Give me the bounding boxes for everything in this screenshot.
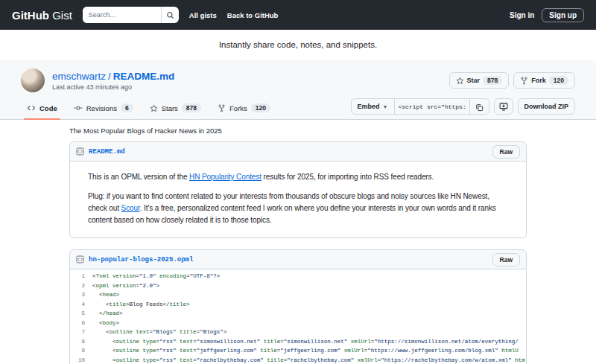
file-box-opml: hn-popular-blogs-2025.opml Raw 1<?xml ve… xyxy=(69,249,527,364)
line-number[interactable]: 4 xyxy=(70,300,92,310)
code-line: 10 <outline type="rss" text="rachelbythe… xyxy=(70,356,526,364)
gist-header-band: emschwartz/README.md Last active 43 minu… xyxy=(0,60,596,120)
tab-stars-label: Stars xyxy=(162,104,178,112)
code-line-content: <title>Blog Feeds</title> xyxy=(92,300,526,310)
line-number[interactable]: 6 xyxy=(70,319,92,328)
code-line-content: </head> xyxy=(92,309,526,319)
tab-forks-count: 120 xyxy=(251,103,270,112)
code-line: 6 <body> xyxy=(70,319,526,328)
star-icon xyxy=(456,77,464,85)
code-line: 4 <title>Blog Feeds</title> xyxy=(70,300,526,310)
code-line: 3 <head> xyxy=(70,290,526,300)
file-box-readme: README.md Raw This is an OPML version of… xyxy=(69,141,527,238)
code-line-content: <outline text="Blogs" title="Blogs"> xyxy=(92,328,526,337)
code-line-content: <body> xyxy=(92,319,526,328)
embed-label: Embed xyxy=(358,103,380,110)
search-box xyxy=(83,7,179,23)
readme-paragraph: This is an OPML version of the HN Popula… xyxy=(88,171,508,183)
search-icon[interactable] xyxy=(161,7,179,23)
raw-button[interactable]: Raw xyxy=(492,253,520,266)
tab-revisions-label: Revisions xyxy=(86,104,117,112)
code-line-content: <head> xyxy=(92,290,526,300)
star-button[interactable]: Star 878 xyxy=(449,72,510,89)
commit-icon xyxy=(74,103,83,112)
tab-stars-count: 878 xyxy=(182,103,201,112)
embed-url-input[interactable] xyxy=(395,99,469,114)
code-line: 2<opml version="2.0"> xyxy=(70,281,526,291)
top-nav: All gists Back to GitHub xyxy=(189,11,279,19)
readme-link[interactable]: HN Popularity Contest xyxy=(189,173,261,181)
nav-all-gists[interactable]: All gists xyxy=(189,11,217,19)
fork-label: Fork xyxy=(531,77,546,84)
site-tagline: Instantly share code, notes, and snippet… xyxy=(0,30,596,60)
line-number[interactable]: 8 xyxy=(70,337,92,347)
readme-paragraph: Plug: if you want to find content relate… xyxy=(88,191,508,226)
line-number[interactable]: 10 xyxy=(70,356,92,364)
tab-revisions-count: 6 xyxy=(121,103,133,112)
star-icon xyxy=(150,104,158,112)
gist-file-link[interactable]: README.md xyxy=(113,71,175,82)
code-square-icon xyxy=(76,255,84,264)
owner-link[interactable]: emschwartz xyxy=(52,71,106,82)
download-zip-label: Download ZIP xyxy=(524,103,569,110)
code-viewer: 1<?xml version="1.0" encoding="UTF-8"?>2… xyxy=(70,269,526,364)
code-line-content: <outline type="rss" text="rachelbythebay… xyxy=(92,356,526,364)
readme-link[interactable]: Scour xyxy=(121,204,140,212)
readme-filename-link[interactable]: README.md xyxy=(89,148,125,156)
sign-in-link[interactable]: Sign in xyxy=(510,11,534,19)
gist-description: The Most Popular Blogs of Hacker News in… xyxy=(69,127,527,135)
line-number[interactable]: 3 xyxy=(70,290,92,300)
logo-github-text: GitHub xyxy=(12,9,49,22)
readme-markdown-body: This is an OPML version of the HN Popula… xyxy=(70,162,526,237)
line-number[interactable]: 5 xyxy=(70,309,92,319)
github-gist-logo[interactable]: GitHub Gist xyxy=(12,9,72,22)
nav-back-to-github[interactable]: Back to GitHub xyxy=(227,11,279,19)
code-line-content: <?xml version="1.0" encoding="UTF-8"?> xyxy=(92,272,526,281)
auth-actions: Sign in Sign up xyxy=(510,8,584,22)
search-input[interactable] xyxy=(83,7,161,23)
star-label: Star xyxy=(467,77,481,84)
code-line-content: <opml version="2.0"> xyxy=(92,281,526,291)
opml-filename-link[interactable]: hn-popular-blogs-2025.opml xyxy=(89,256,193,264)
top-header: GitHub Gist All gists Back to GitHub Sig… xyxy=(0,0,596,30)
embed-dropdown[interactable]: Embed ▼ xyxy=(352,99,395,114)
code-line: 8 <outline type="rss" text="simonwilliso… xyxy=(70,337,526,347)
sign-up-button[interactable]: Sign up xyxy=(542,8,584,22)
tab-code-label: Code xyxy=(39,104,57,112)
line-number[interactable]: 7 xyxy=(70,328,92,337)
download-zip-button[interactable]: Download ZIP xyxy=(518,98,576,115)
avatar[interactable] xyxy=(21,68,45,92)
title-separator: / xyxy=(106,71,113,82)
fork-count: 120 xyxy=(549,76,568,85)
line-number[interactable]: 1 xyxy=(70,272,92,281)
tab-forks-label: Forks xyxy=(229,104,247,112)
logo-gist-text: Gist xyxy=(52,9,72,22)
line-number[interactable]: 2 xyxy=(70,281,92,291)
code-square-icon xyxy=(76,147,84,156)
tab-code[interactable]: Code xyxy=(21,98,63,119)
tab-bar: Code Revisions 6 Stars 878 Fork xyxy=(0,97,596,119)
code-line: 9 <outline type="rss" text="jeffgeerling… xyxy=(70,346,526,356)
code-line-content: <outline type="rss" text="jeffgeerling.c… xyxy=(92,346,526,356)
star-count: 878 xyxy=(483,76,502,85)
fork-button[interactable]: Fork 120 xyxy=(513,72,575,89)
tab-forks[interactable]: Forks 120 xyxy=(212,98,276,119)
tab-revisions[interactable]: Revisions 6 xyxy=(68,98,139,119)
gist-content: The Most Popular Blogs of Hacker News in… xyxy=(69,120,527,364)
code-line-content: <outline type="rss" text="simonwillison.… xyxy=(92,337,526,347)
code-icon xyxy=(27,103,36,112)
fork-icon xyxy=(218,104,226,112)
line-number[interactable]: 9 xyxy=(70,346,92,356)
fork-icon xyxy=(520,77,528,85)
embed-group: Embed ▼ xyxy=(351,98,489,115)
code-line: 5 </head> xyxy=(70,309,526,319)
desktop-download-icon[interactable] xyxy=(494,98,513,115)
code-line: 7 <outline text="Blogs" title="Blogs"> xyxy=(70,328,526,337)
gist-title: emschwartz/README.md xyxy=(52,71,174,82)
raw-button[interactable]: Raw xyxy=(492,145,520,159)
copy-icon[interactable] xyxy=(469,99,489,115)
last-active-text: Last active 43 minutes ago xyxy=(52,83,174,91)
tab-stars[interactable]: Stars 878 xyxy=(144,98,207,119)
code-line: 1<?xml version="1.0" encoding="UTF-8"?> xyxy=(70,272,526,281)
chevron-down-icon: ▼ xyxy=(383,104,388,109)
